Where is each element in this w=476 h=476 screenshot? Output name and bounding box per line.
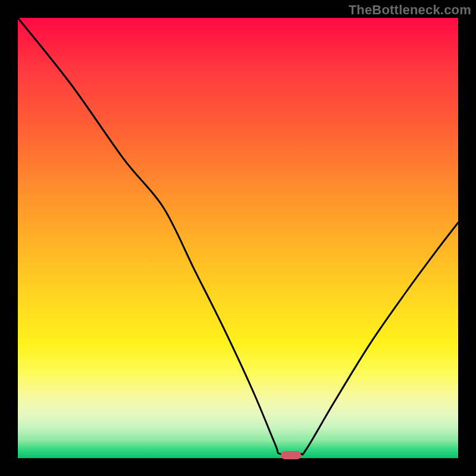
optimal-marker xyxy=(281,451,301,459)
watermark-text: TheBottleneck.com xyxy=(349,2,471,18)
plot-area xyxy=(18,18,458,458)
bottleneck-curve xyxy=(18,18,458,458)
chart-frame: TheBottleneck.com xyxy=(0,0,476,476)
